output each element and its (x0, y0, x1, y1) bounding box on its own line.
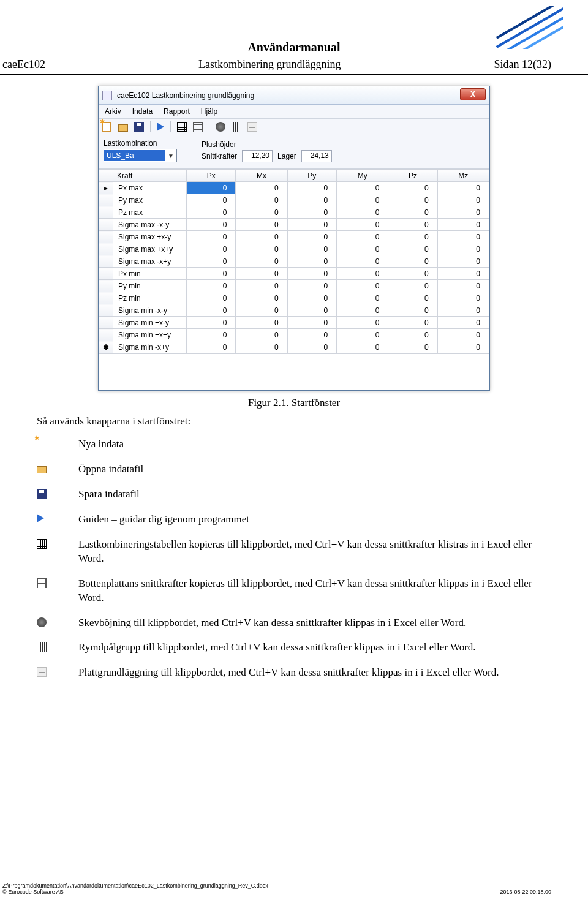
row-name[interactable]: Sigma min +x+y (113, 329, 187, 341)
cell-value[interactable]: 0 (187, 206, 236, 219)
cell-value[interactable]: 0 (388, 341, 437, 353)
cell-value[interactable]: 0 (437, 268, 489, 280)
row-name[interactable]: Sigma min -x-y (113, 304, 187, 317)
cell-value[interactable]: 0 (388, 194, 437, 206)
cell-value[interactable]: 0 (337, 292, 388, 304)
cell-value[interactable]: 0 (287, 206, 336, 219)
cell-value[interactable]: 0 (437, 255, 489, 268)
cell-value[interactable]: 0 (388, 231, 437, 243)
cell-value[interactable]: 0 (287, 341, 336, 353)
row-name[interactable]: Sigma min +x-y (113, 317, 187, 329)
cell-value[interactable]: 0 (337, 280, 388, 292)
cell-value[interactable]: 0 (337, 317, 388, 329)
cell-value[interactable]: 0 (437, 341, 489, 353)
column-header[interactable]: Mz (437, 170, 489, 182)
cell-value[interactable]: 0 (437, 317, 489, 329)
cell-value[interactable]: 0 (388, 206, 437, 219)
new-icon[interactable] (102, 122, 112, 132)
cell-value[interactable]: 0 (388, 219, 437, 231)
cell-value[interactable]: 0 (337, 219, 388, 231)
cell-value[interactable]: 0 (236, 292, 287, 304)
cell-value[interactable]: 0 (187, 219, 236, 231)
cell-value[interactable]: 0 (236, 304, 287, 317)
window-titlebar[interactable]: caeEc102 Lastkombinering grundläggning X (99, 86, 489, 105)
cell-value[interactable]: 0 (287, 182, 336, 194)
play-icon[interactable] (157, 123, 164, 131)
cell-value[interactable]: 0 (287, 219, 336, 231)
cell-value[interactable]: 0 (187, 341, 236, 353)
cell-value[interactable]: 0 (388, 268, 437, 280)
cell-value[interactable]: 0 (388, 317, 437, 329)
cell-value[interactable]: 0 (187, 231, 236, 243)
column-header[interactable]: Px (187, 170, 236, 182)
cell-value[interactable]: 0 (287, 231, 336, 243)
cell-value[interactable]: 0 (287, 243, 336, 255)
dot-icon[interactable] (216, 122, 225, 132)
cell-value[interactable]: 0 (337, 304, 388, 317)
cell-value[interactable]: 0 (236, 231, 287, 243)
cell-value[interactable]: 0 (437, 243, 489, 255)
row-name[interactable]: Sigma max -x+y (113, 255, 187, 268)
cell-value[interactable]: 0 (187, 317, 236, 329)
cell-value[interactable]: 0 (287, 292, 336, 304)
cell-value[interactable]: 0 (388, 243, 437, 255)
cell-value[interactable]: 0 (236, 255, 287, 268)
lager-input[interactable]: 24,13 (301, 150, 332, 162)
cell-value[interactable]: 0 (337, 231, 388, 243)
cell-value[interactable]: 0 (437, 292, 489, 304)
cell-value[interactable]: 0 (187, 329, 236, 341)
column-header[interactable]: My (337, 170, 388, 182)
hatch-icon[interactable] (232, 122, 241, 132)
save-icon[interactable] (134, 122, 144, 132)
cell-value[interactable]: 0 (287, 255, 336, 268)
cell-value[interactable]: 0 (187, 255, 236, 268)
cell-value[interactable]: 0 (187, 268, 236, 280)
cell-value[interactable]: 0 (437, 280, 489, 292)
cell-value[interactable]: 0 (187, 280, 236, 292)
cell-value[interactable]: 0 (437, 231, 489, 243)
cell-value[interactable]: 0 (187, 194, 236, 206)
cell-value[interactable]: 0 (337, 243, 388, 255)
cell-value[interactable]: 0 (187, 304, 236, 317)
close-icon[interactable]: X (460, 88, 486, 100)
cell-value[interactable]: 0 (236, 194, 287, 206)
row-name[interactable]: Px min (113, 268, 187, 280)
open-icon[interactable] (118, 122, 128, 132)
cell-value[interactable]: 0 (236, 243, 287, 255)
row-name[interactable]: Px max (113, 182, 187, 194)
cell-value[interactable]: 0 (236, 341, 287, 353)
cell-value[interactable]: 0 (236, 280, 287, 292)
plate-icon[interactable] (247, 122, 257, 132)
cell-value[interactable]: 0 (236, 219, 287, 231)
cell-value[interactable]: 0 (187, 182, 236, 194)
cell-value[interactable]: 0 (337, 341, 388, 353)
grid-icon[interactable] (177, 122, 187, 132)
cell-value[interactable]: 0 (388, 292, 437, 304)
cell-value[interactable]: 0 (337, 329, 388, 341)
cell-value[interactable]: 0 (388, 182, 437, 194)
grid2-icon[interactable] (193, 122, 203, 132)
menu-arkiv[interactable]: Arkiv (105, 107, 121, 116)
cell-value[interactable]: 0 (388, 304, 437, 317)
data-grid[interactable]: KraftPxMxPyMyPzMz ▸Px max000000Py max000… (99, 169, 489, 353)
cell-value[interactable]: 0 (437, 219, 489, 231)
column-header[interactable]: Kraft (113, 170, 187, 182)
row-name[interactable]: Sigma max -x-y (113, 219, 187, 231)
cell-value[interactable]: 0 (287, 329, 336, 341)
row-name[interactable]: Pz min (113, 292, 187, 304)
cell-value[interactable]: 0 (388, 329, 437, 341)
lastkomb-combo[interactable]: ULS_Ba ▼ (104, 149, 177, 162)
cell-value[interactable]: 0 (287, 268, 336, 280)
cell-value[interactable]: 0 (236, 317, 287, 329)
row-name[interactable]: Sigma max +x+y (113, 243, 187, 255)
cell-value[interactable]: 0 (388, 280, 437, 292)
cell-value[interactable]: 0 (337, 194, 388, 206)
cell-value[interactable]: 0 (236, 268, 287, 280)
cell-value[interactable]: 0 (287, 280, 336, 292)
cell-value[interactable]: 0 (437, 329, 489, 341)
column-header[interactable]: Mx (236, 170, 287, 182)
cell-value[interactable]: 0 (388, 255, 437, 268)
cell-value[interactable]: 0 (337, 206, 388, 219)
row-name[interactable]: Py max (113, 194, 187, 206)
snittkrafter-input[interactable]: 12,20 (242, 150, 273, 162)
